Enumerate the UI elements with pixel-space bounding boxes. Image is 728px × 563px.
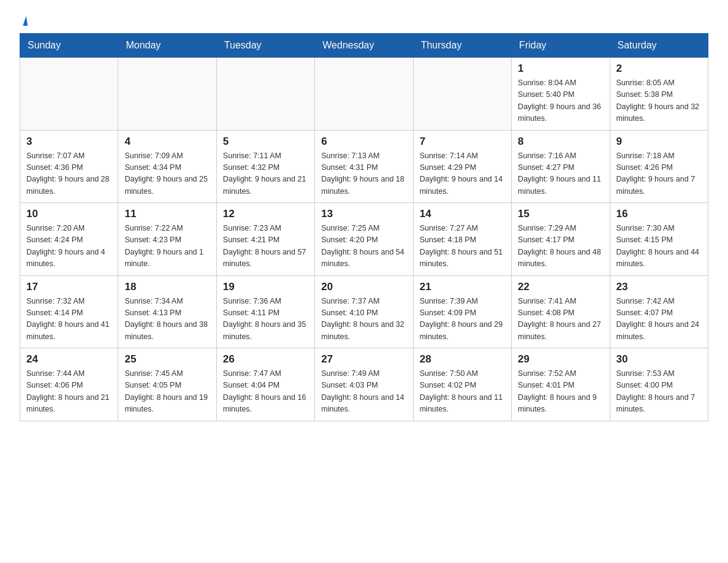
day-detail: Sunrise: 7:29 AMSunset: 4:17 PMDaylight:… [518,223,603,270]
day-detail: Sunrise: 7:32 AMSunset: 4:14 PMDaylight:… [26,296,112,343]
calendar-cell: 3Sunrise: 7:07 AMSunset: 4:36 PMDaylight… [20,130,118,203]
day-detail: Sunrise: 7:07 AMSunset: 4:36 PMDaylight:… [26,150,112,198]
day-detail: Sunrise: 7:47 AMSunset: 4:04 PMDaylight:… [223,368,308,416]
calendar-cell: 24Sunrise: 7:44 AMSunset: 4:06 PMDayligh… [20,348,118,421]
calendar-header-monday: Monday [118,34,216,58]
calendar-cell: 14Sunrise: 7:27 AMSunset: 4:18 PMDayligh… [413,203,511,276]
day-number: 3 [26,136,112,148]
calendar-cell: 17Sunrise: 7:32 AMSunset: 4:14 PMDayligh… [20,275,118,348]
calendar-cell: 11Sunrise: 7:22 AMSunset: 4:23 PMDayligh… [118,203,216,276]
logo-triangle-icon [21,16,28,26]
logo [20,17,28,26]
day-detail: Sunrise: 8:05 AMSunset: 5:38 PMDaylight:… [616,77,702,125]
calendar-cell: 8Sunrise: 7:16 AMSunset: 4:27 PMDaylight… [512,130,610,203]
day-detail: Sunrise: 7:18 AMSunset: 4:26 PMDaylight:… [616,150,702,198]
calendar-header-tuesday: Tuesday [216,34,314,58]
day-number: 9 [616,136,702,148]
day-detail: Sunrise: 7:13 AMSunset: 4:31 PMDaylight:… [321,150,406,198]
calendar-header-row: SundayMondayTuesdayWednesdayThursdayFrid… [20,34,708,58]
day-number: 15 [518,208,603,220]
day-detail: Sunrise: 7:23 AMSunset: 4:21 PMDaylight:… [223,223,308,270]
day-detail: Sunrise: 7:36 AMSunset: 4:11 PMDaylight:… [223,296,308,343]
calendar-header-wednesday: Wednesday [315,34,413,58]
calendar-cell: 21Sunrise: 7:39 AMSunset: 4:09 PMDayligh… [413,275,511,348]
day-detail: Sunrise: 7:39 AMSunset: 4:09 PMDaylight:… [420,296,505,343]
calendar-cell: 2Sunrise: 8:05 AMSunset: 5:38 PMDaylight… [610,58,708,131]
calendar-cell: 7Sunrise: 7:14 AMSunset: 4:29 PMDaylight… [413,130,511,203]
day-number: 27 [321,353,406,366]
day-number: 25 [124,353,210,366]
day-number: 16 [616,208,702,220]
calendar-cell: 19Sunrise: 7:36 AMSunset: 4:11 PMDayligh… [216,275,314,348]
day-number: 4 [124,136,210,148]
calendar-cell: 6Sunrise: 7:13 AMSunset: 4:31 PMDaylight… [315,130,413,203]
day-number: 21 [420,281,505,293]
calendar-header-saturday: Saturday [610,34,708,58]
calendar-cell: 12Sunrise: 7:23 AMSunset: 4:21 PMDayligh… [216,203,314,276]
calendar-week-3: 10Sunrise: 7:20 AMSunset: 4:24 PMDayligh… [20,203,708,276]
day-number: 12 [223,208,308,220]
calendar-week-1: 1Sunrise: 8:04 AMSunset: 5:40 PMDaylight… [20,58,708,131]
day-detail: Sunrise: 7:49 AMSunset: 4:03 PMDaylight:… [321,368,406,416]
day-detail: Sunrise: 7:25 AMSunset: 4:20 PMDaylight:… [321,223,406,270]
calendar-cell: 20Sunrise: 7:37 AMSunset: 4:10 PMDayligh… [315,275,413,348]
day-detail: Sunrise: 7:30 AMSunset: 4:15 PMDaylight:… [616,223,702,270]
day-detail: Sunrise: 7:53 AMSunset: 4:00 PMDaylight:… [616,368,702,416]
day-number: 20 [321,281,406,293]
calendar-cell: 13Sunrise: 7:25 AMSunset: 4:20 PMDayligh… [315,203,413,276]
day-number: 22 [518,281,603,293]
calendar-cell: 9Sunrise: 7:18 AMSunset: 4:26 PMDaylight… [610,130,708,203]
calendar-cell [216,58,314,131]
day-number: 18 [124,281,210,293]
day-detail: Sunrise: 7:45 AMSunset: 4:05 PMDaylight:… [124,368,210,416]
day-detail: Sunrise: 8:04 AMSunset: 5:40 PMDaylight:… [518,77,603,125]
day-number: 24 [26,353,112,366]
day-number: 26 [223,353,308,366]
calendar-cell: 29Sunrise: 7:52 AMSunset: 4:01 PMDayligh… [512,348,610,421]
calendar-header-friday: Friday [512,34,610,58]
day-detail: Sunrise: 7:42 AMSunset: 4:07 PMDaylight:… [616,296,702,343]
day-detail: Sunrise: 7:11 AMSunset: 4:32 PMDaylight:… [223,150,308,198]
calendar-cell: 4Sunrise: 7:09 AMSunset: 4:34 PMDaylight… [118,130,216,203]
calendar-cell: 10Sunrise: 7:20 AMSunset: 4:24 PMDayligh… [20,203,118,276]
day-number: 29 [518,353,603,366]
calendar-table: SundayMondayTuesdayWednesdayThursdayFrid… [20,33,708,421]
calendar-cell: 27Sunrise: 7:49 AMSunset: 4:03 PMDayligh… [315,348,413,421]
calendar-cell: 23Sunrise: 7:42 AMSunset: 4:07 PMDayligh… [610,275,708,348]
day-number: 23 [616,281,702,293]
calendar-week-2: 3Sunrise: 7:07 AMSunset: 4:36 PMDaylight… [20,130,708,203]
day-number: 1 [518,63,603,75]
day-detail: Sunrise: 7:37 AMSunset: 4:10 PMDaylight:… [321,296,406,343]
calendar-header-thursday: Thursday [413,34,511,58]
day-number: 10 [26,208,112,220]
day-number: 19 [223,281,308,293]
calendar-cell: 30Sunrise: 7:53 AMSunset: 4:00 PMDayligh… [610,348,708,421]
calendar-cell: 18Sunrise: 7:34 AMSunset: 4:13 PMDayligh… [118,275,216,348]
day-number: 14 [420,208,505,220]
page-header [20,15,708,26]
calendar-cell: 25Sunrise: 7:45 AMSunset: 4:05 PMDayligh… [118,348,216,421]
day-number: 7 [420,136,505,148]
calendar-cell: 22Sunrise: 7:41 AMSunset: 4:08 PMDayligh… [512,275,610,348]
calendar-cell: 5Sunrise: 7:11 AMSunset: 4:32 PMDaylight… [216,130,314,203]
calendar-week-4: 17Sunrise: 7:32 AMSunset: 4:14 PMDayligh… [20,275,708,348]
calendar-cell: 26Sunrise: 7:47 AMSunset: 4:04 PMDayligh… [216,348,314,421]
day-detail: Sunrise: 7:16 AMSunset: 4:27 PMDaylight:… [518,150,603,198]
day-number: 28 [420,353,505,366]
calendar-cell [315,58,413,131]
day-detail: Sunrise: 7:22 AMSunset: 4:23 PMDaylight:… [124,223,210,270]
day-detail: Sunrise: 7:20 AMSunset: 4:24 PMDaylight:… [26,223,112,270]
day-detail: Sunrise: 7:34 AMSunset: 4:13 PMDaylight:… [124,296,210,343]
calendar-cell [413,58,511,131]
calendar-cell: 28Sunrise: 7:50 AMSunset: 4:02 PMDayligh… [413,348,511,421]
day-detail: Sunrise: 7:09 AMSunset: 4:34 PMDaylight:… [124,150,210,198]
day-detail: Sunrise: 7:52 AMSunset: 4:01 PMDaylight:… [518,368,603,416]
day-detail: Sunrise: 7:44 AMSunset: 4:06 PMDaylight:… [26,368,112,416]
day-detail: Sunrise: 7:14 AMSunset: 4:29 PMDaylight:… [420,150,505,198]
calendar-cell [20,58,118,131]
day-number: 6 [321,136,406,148]
day-number: 2 [616,63,702,75]
day-number: 17 [26,281,112,293]
calendar-week-5: 24Sunrise: 7:44 AMSunset: 4:06 PMDayligh… [20,348,708,421]
day-number: 30 [616,353,702,366]
